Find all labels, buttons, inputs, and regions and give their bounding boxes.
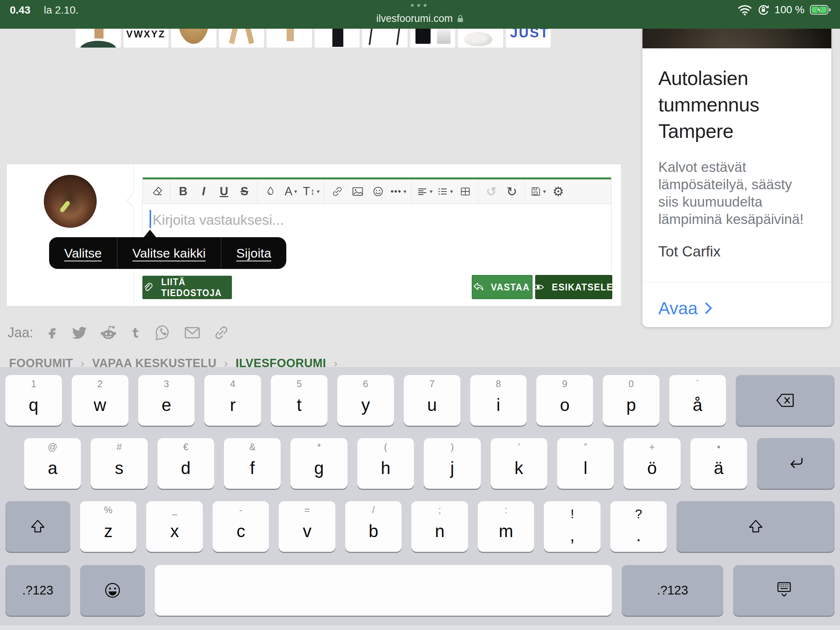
share-link-chain-icon[interactable] (213, 324, 230, 341)
key-k[interactable]: ’k (491, 438, 547, 489)
key-o[interactable]: 9o (536, 375, 593, 426)
numbers-key-right[interactable]: .?123 (622, 565, 723, 616)
emoji-key[interactable] (80, 565, 145, 616)
reply-button[interactable]: VASTAA (472, 275, 532, 299)
font-size-button[interactable]: T↕▾ (302, 183, 321, 200)
redo-button[interactable]: ↻ (502, 183, 522, 200)
save-draft-button[interactable]: ▾ (528, 183, 548, 200)
key-q[interactable]: 1q (5, 375, 62, 426)
key-alt-label: 4 (204, 379, 261, 388)
backspace-key[interactable] (736, 375, 835, 426)
italic-button[interactable]: I (194, 183, 213, 200)
key-w[interactable]: 2w (72, 375, 128, 426)
key-v[interactable]: =v (279, 501, 335, 552)
key-u[interactable]: 7u (404, 375, 460, 426)
unordered-list-button[interactable]: ▾ (435, 183, 455, 200)
key-alt-label: : (478, 505, 534, 515)
product-thumb-black-chair[interactable] (362, 29, 407, 47)
context-menu-item-sijoita[interactable]: Sijoita (221, 237, 287, 269)
share-reddit-icon[interactable] (100, 324, 117, 341)
user-avatar[interactable] (44, 175, 97, 228)
share-whatsapp-icon[interactable] (154, 324, 172, 341)
keyboard-bottom-strip (0, 625, 840, 630)
key-y[interactable]: 6y (337, 375, 394, 426)
reply-editor-panel: BIUSA▾T↕▾•••▾▾▾↺↻▾⚙ Kirjoita vastauksesi… (6, 164, 621, 306)
context-menu-item-valitse[interactable]: Valitse (49, 237, 117, 269)
key-ä[interactable]: •ä (690, 438, 747, 489)
key-f[interactable]: &f (224, 438, 281, 489)
key-r[interactable]: 4r (204, 375, 261, 426)
insert-emoji-button[interactable] (368, 183, 388, 200)
product-thumb-rattan-lamp[interactable] (171, 29, 216, 47)
key-t[interactable]: 5t (271, 375, 327, 426)
align-button[interactable]: ▾ (415, 183, 434, 200)
key-m[interactable]: :m (478, 501, 534, 552)
product-thumb-poster[interactable]: VWXYZ (123, 29, 169, 47)
key-s[interactable]: #s (91, 438, 147, 489)
attach-files-button[interactable]: LIITÄ TIEDOSTOJA (142, 276, 232, 299)
product-thumb-white-cup[interactable] (458, 29, 503, 47)
key-a[interactable]: @a (24, 438, 81, 489)
font-family-button[interactable]: A▾ (281, 183, 301, 200)
key-å[interactable]: `å (669, 375, 726, 426)
clock: 0.43 (10, 4, 31, 16)
key-g[interactable]: *g (291, 438, 347, 489)
key-alt-label: 7 (404, 379, 460, 388)
key-main-label: s (115, 459, 123, 477)
key-n[interactable]: ;n (411, 501, 468, 552)
key-j[interactable]: )j (424, 438, 480, 489)
text-selection-context-menu: ValitseValitse kaikkiSijoita (49, 237, 286, 269)
key-e[interactable]: 3e (138, 375, 195, 426)
share-twitter-icon[interactable] (71, 324, 88, 341)
return-key[interactable] (757, 438, 835, 489)
key-c[interactable]: -c (213, 501, 269, 552)
more-options-button[interactable]: •••▾ (388, 183, 408, 200)
settings-button[interactable]: ⚙ (548, 183, 568, 200)
key-p[interactable]: 0p (603, 375, 660, 426)
underline-button[interactable]: U (214, 183, 234, 200)
product-thumb-cat-tree[interactable] (76, 29, 121, 47)
bold-button[interactable]: B (174, 183, 193, 200)
product-thumb-wood-chair[interactable] (219, 29, 264, 47)
key-ö[interactable]: +ö (624, 438, 680, 489)
address-bar[interactable]: ilvesfoorumi.com (376, 13, 464, 25)
insert-image-button[interactable] (348, 183, 368, 200)
product-thumb-black-pole[interactable] (315, 29, 360, 47)
ad-card[interactable]: Autolasien tummennus Tampere Kalvot estä… (643, 0, 831, 327)
product-thumb-vases[interactable] (410, 29, 455, 47)
space-key[interactable] (155, 565, 612, 616)
insert-link-button[interactable] (327, 183, 347, 200)
ad-open-link[interactable]: Avaa (643, 298, 831, 318)
key-.[interactable]: ?. (610, 501, 667, 552)
text-color-button[interactable] (261, 183, 280, 200)
share-row: Jaa: (8, 324, 230, 341)
undo-button[interactable]: ↺ (482, 183, 501, 200)
remove-format-button[interactable] (147, 183, 167, 200)
key-alt-label: / (345, 505, 402, 515)
product-link-fragment[interactable]: JUST (506, 29, 551, 47)
dismiss-keyboard-key[interactable] (733, 565, 835, 616)
key-d[interactable]: €d (158, 438, 214, 489)
product-thumb-wood-pole[interactable] (267, 29, 312, 47)
preview-button[interactable]: ESIKATSELE (535, 275, 612, 299)
key-alt-label: ) (424, 442, 480, 452)
dismiss-icon (775, 581, 794, 600)
share-facebook-icon[interactable] (45, 325, 59, 340)
context-menu-item-valitse-kaikki[interactable]: Valitse kaikki (117, 237, 221, 269)
key-z[interactable]: %z (80, 501, 137, 552)
key-l[interactable]: ”l (557, 438, 614, 489)
shift-left-key[interactable] (5, 501, 70, 552)
avatar-detail (59, 200, 71, 213)
share-tumblr-icon[interactable] (129, 325, 142, 340)
numbers-key-left[interactable]: .?123 (5, 565, 70, 616)
share-envelope-icon[interactable] (183, 324, 201, 341)
key-,[interactable]: !, (544, 501, 600, 552)
key-i[interactable]: 8i (470, 375, 527, 426)
key-main-label: p (626, 396, 636, 414)
key-x[interactable]: _x (146, 501, 203, 552)
shift-right-key[interactable] (676, 501, 835, 552)
key-h[interactable]: (h (357, 438, 414, 489)
key-b[interactable]: /b (345, 501, 402, 552)
strikethrough-button[interactable]: S (235, 183, 254, 200)
insert-table-button[interactable] (455, 183, 475, 200)
